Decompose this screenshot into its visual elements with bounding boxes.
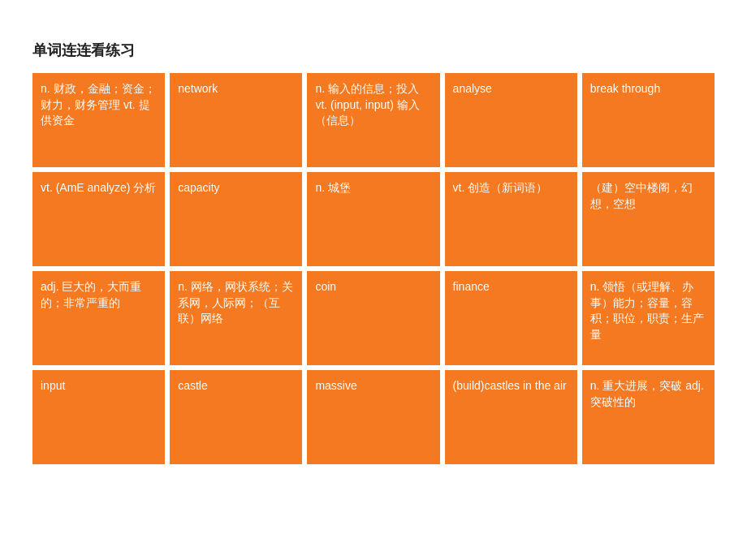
cell-r3c2[interactable]: n. 网络，网状系统；关系网，人际网；（互联）网络 bbox=[170, 271, 302, 365]
cell-text-r1c1: n. 财政，金融；资金；财力，财务管理 vt. 提供资金 bbox=[41, 81, 157, 129]
cell-r3c1[interactable]: adj. 巨大的，大而重的；非常严重的 bbox=[32, 271, 165, 365]
cell-r1c1[interactable]: n. 财政，金融；资金；财力，财务管理 vt. 提供资金 bbox=[32, 73, 165, 167]
cell-text-r3c4: finance bbox=[453, 279, 490, 295]
cell-text-r4c2: castle bbox=[178, 378, 208, 394]
cell-r4c4[interactable]: (build)castles in the air bbox=[445, 370, 577, 464]
cell-r1c3[interactable]: n. 输入的信息；投入 vt. (input, input) 输入（信息） bbox=[307, 73, 439, 167]
cell-text-r2c3: n. 城堡 bbox=[315, 180, 351, 196]
cell-text-r4c1: input bbox=[41, 378, 65, 394]
cell-r4c3[interactable]: massive bbox=[307, 370, 439, 464]
cell-r2c3[interactable]: n. 城堡 bbox=[307, 172, 439, 266]
cell-text-r4c4: (build)castles in the air bbox=[453, 378, 567, 394]
cell-text-r3c5: n. 领悟（或理解、办事）能力；容量，容积；职位，职责；生产量 bbox=[590, 279, 706, 342]
cell-text-r1c4: analyse bbox=[453, 81, 492, 97]
cell-r3c3[interactable]: coin bbox=[307, 271, 439, 365]
cell-text-r1c5: break through bbox=[590, 81, 660, 97]
cell-text-r2c1: vt. (AmE analyze) 分析 bbox=[41, 180, 156, 196]
cell-r4c1[interactable]: input bbox=[32, 370, 165, 464]
cell-r3c5[interactable]: n. 领悟（或理解、办事）能力；容量，容积；职位，职责；生产量 bbox=[582, 271, 715, 365]
cell-text-r3c2: n. 网络，网状系统；关系网，人际网；（互联）网络 bbox=[178, 279, 294, 327]
cell-text-r3c1: adj. 巨大的，大而重的；非常严重的 bbox=[41, 279, 157, 311]
cell-r4c2[interactable]: castle bbox=[170, 370, 302, 464]
cell-r2c2[interactable]: capacity bbox=[170, 172, 302, 266]
page-title: 单词连连看练习 bbox=[32, 41, 731, 60]
cell-text-r3c3: coin bbox=[315, 279, 336, 295]
cell-text-r2c4: vt. 创造（新词语） bbox=[453, 180, 548, 196]
cell-text-r4c3: massive bbox=[315, 378, 356, 394]
cell-r1c4[interactable]: analyse bbox=[445, 73, 577, 167]
cell-r1c5[interactable]: break through bbox=[582, 73, 715, 167]
cell-r3c4[interactable]: finance bbox=[445, 271, 577, 365]
cell-r2c5[interactable]: （建）空中楼阁，幻想，空想 bbox=[582, 172, 715, 266]
word-grid: n. 财政，金融；资金；财力，财务管理 vt. 提供资金networkn. 输入… bbox=[16, 73, 731, 464]
cell-r2c4[interactable]: vt. 创造（新词语） bbox=[445, 172, 577, 266]
cell-text-r1c2: network bbox=[178, 81, 218, 97]
cell-text-r2c5: （建）空中楼阁，幻想，空想 bbox=[590, 180, 706, 212]
cell-r4c5[interactable]: n. 重大进展，突破 adj. 突破性的 bbox=[582, 370, 715, 464]
cell-text-r2c2: capacity bbox=[178, 180, 219, 196]
cell-text-r4c5: n. 重大进展，突破 adj. 突破性的 bbox=[590, 378, 706, 410]
cell-r2c1[interactable]: vt. (AmE analyze) 分析 bbox=[32, 172, 165, 266]
cell-text-r1c3: n. 输入的信息；投入 vt. (input, input) 输入（信息） bbox=[315, 81, 431, 129]
cell-r1c2[interactable]: network bbox=[170, 73, 302, 167]
